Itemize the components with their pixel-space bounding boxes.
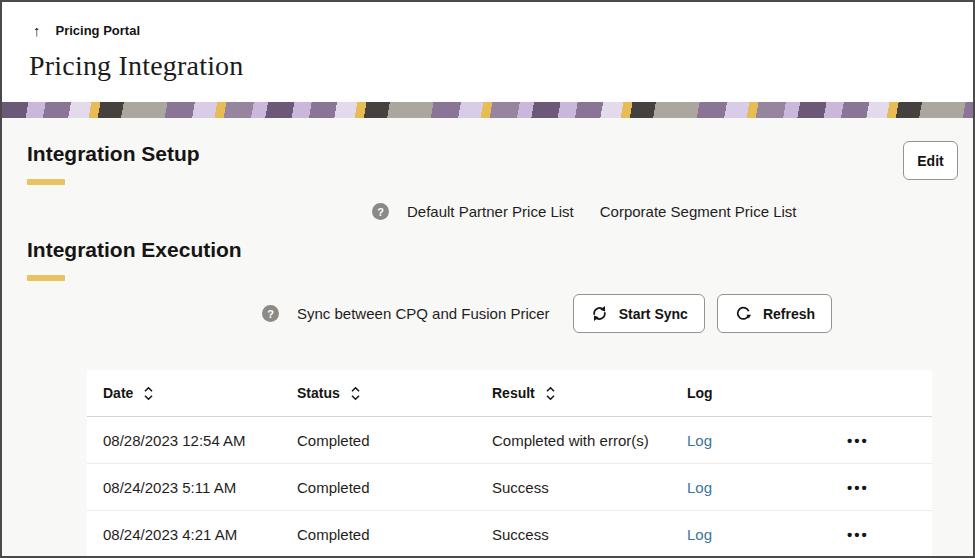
sort-icon[interactable] (143, 386, 154, 401)
corporate-segment-price-list-label: Corporate Segment Price List (600, 203, 797, 220)
content-area: Integration Setup Edit ? Default Partner… (2, 118, 973, 556)
integration-setup-section-header: Integration Setup (27, 142, 200, 185)
refresh-button[interactable]: Refresh (717, 294, 832, 333)
start-sync-button[interactable]: Start Sync (573, 294, 705, 333)
date-cell: 08/28/2023 12:54 AM (87, 432, 281, 449)
refresh-label: Refresh (763, 306, 815, 322)
log-link[interactable]: Log (687, 526, 712, 543)
column-header-date[interactable]: Date (87, 385, 281, 401)
integration-execution-heading: Integration Execution (27, 238, 242, 262)
column-header-result[interactable]: Result (476, 385, 671, 401)
row-actions-menu-icon[interactable]: ••• (847, 480, 869, 495)
sync-icon (590, 304, 609, 323)
date-cell: 08/24/2023 4:21 AM (87, 526, 281, 543)
price-list-labels: Default Partner Price List Corporate Seg… (407, 203, 797, 220)
up-arrow-icon: ↑ (33, 23, 41, 38)
column-header-result-label: Result (492, 385, 535, 401)
refresh-icon (734, 304, 753, 323)
heading-accent-bar (27, 275, 65, 281)
start-sync-label: Start Sync (619, 306, 688, 322)
table-header-row: Date Status (87, 370, 932, 417)
integration-setup-heading: Integration Setup (27, 142, 200, 166)
table-row: 08/28/2023 12:54 AM Completed Completed … (87, 417, 932, 464)
date-cell: 08/24/2023 5:11 AM (87, 479, 281, 496)
edit-button[interactable]: Edit (903, 141, 958, 180)
sort-icon[interactable] (545, 386, 556, 401)
help-icon[interactable]: ? (372, 203, 389, 220)
sync-description-label: Sync between CPQ and Fusion Pricer (297, 305, 550, 322)
breadcrumb-label: Pricing Portal (56, 23, 141, 38)
sync-controls-row: ? Sync between CPQ and Fusion Pricer Sta… (262, 294, 832, 333)
log-link[interactable]: Log (687, 432, 712, 449)
price-list-fields-row: ? Default Partner Price List Corporate S… (372, 203, 797, 220)
table-row: 08/24/2023 4:21 AM Completed Success Log… (87, 511, 932, 558)
page-header: ↑ Pricing Portal Pricing Integration (2, 2, 973, 102)
pricing-integration-page: ↑ Pricing Portal Pricing Integration Int… (0, 0, 975, 558)
log-link[interactable]: Log (687, 479, 712, 496)
column-header-log: Log (671, 385, 831, 401)
heading-accent-bar (27, 179, 65, 185)
integration-execution-section-header: Integration Execution (27, 238, 242, 281)
column-header-status-label: Status (297, 385, 340, 401)
row-actions-menu-icon[interactable]: ••• (847, 433, 869, 448)
result-cell: Completed with error(s) (476, 432, 671, 449)
sort-icon[interactable] (350, 386, 361, 401)
column-header-status[interactable]: Status (281, 385, 476, 401)
column-header-date-label: Date (103, 385, 133, 401)
result-cell: Success (476, 526, 671, 543)
breadcrumb[interactable]: ↑ Pricing Portal (33, 23, 140, 38)
status-cell: Completed (281, 526, 476, 543)
page-title: Pricing Integration (29, 50, 244, 82)
decorative-banner (2, 102, 973, 118)
default-partner-price-list-label: Default Partner Price List (407, 203, 574, 220)
table-row: 08/24/2023 5:11 AM Completed Success Log… (87, 464, 932, 511)
execution-results-table: Date Status (87, 370, 932, 558)
row-actions-menu-icon[interactable]: ••• (847, 527, 869, 542)
help-icon[interactable]: ? (262, 305, 279, 322)
status-cell: Completed (281, 479, 476, 496)
result-cell: Success (476, 479, 671, 496)
status-cell: Completed (281, 432, 476, 449)
column-header-log-label: Log (687, 385, 713, 401)
